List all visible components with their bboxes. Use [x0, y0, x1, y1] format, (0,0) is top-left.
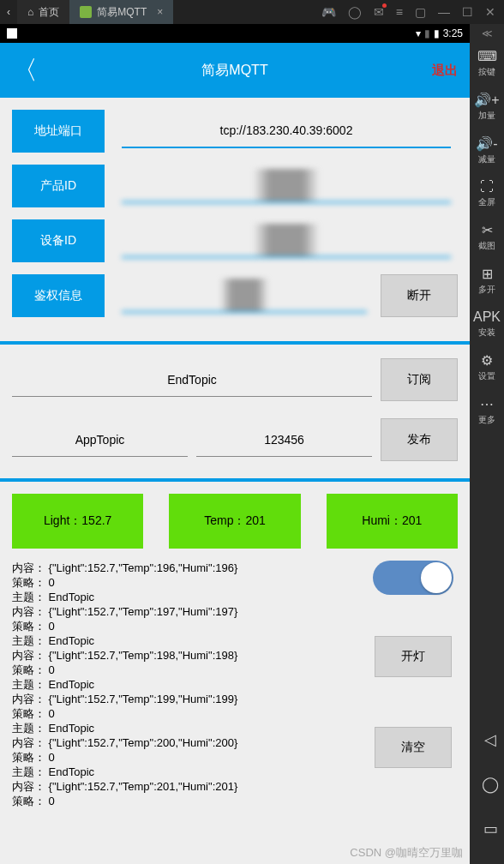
nav-recent-icon[interactable]: ▭	[483, 819, 498, 838]
close-icon[interactable]: ×	[157, 6, 163, 18]
sidebar-item-按键[interactable]: ⌨按键	[470, 43, 504, 87]
log-line: 策略： 0	[12, 575, 369, 590]
humi-box: Humi：201	[327, 494, 458, 549]
clear-button[interactable]: 清空	[375, 727, 452, 768]
close-window-icon[interactable]: ✕	[485, 5, 495, 19]
watermark: CSDN @咖晴空万里咖	[350, 845, 463, 861]
app-header: 〈 简易MQTT 退出	[0, 43, 470, 98]
toggle-switch[interactable]	[373, 561, 453, 595]
log-line: 内容： {"Light":152.7,"Temp":200,"Humi":200…	[12, 735, 369, 750]
log-line: 主题： EndTopic	[12, 677, 369, 692]
nav-home-icon[interactable]: ◯	[482, 775, 499, 794]
log-line: 策略： 0	[12, 750, 369, 765]
tab-active[interactable]: 简易MQTT ×	[69, 0, 173, 24]
user-icon[interactable]: ◯	[348, 5, 362, 19]
signal-icon: ▮	[424, 27, 430, 39]
publish-topic-input[interactable]: AppTopic	[12, 423, 188, 457]
tab-home-label: 首页	[39, 5, 59, 20]
menu-icon[interactable]: ≡	[396, 5, 403, 19]
notification-icon	[7, 28, 17, 39]
log-line: 主题： EndTopic	[12, 590, 369, 604]
product-label: 产品ID	[12, 165, 105, 207]
app-icon	[80, 6, 92, 18]
sidebar-icon: 🔊+	[470, 92, 504, 108]
publish-msg-input[interactable]: 123456	[196, 423, 372, 457]
light-on-button[interactable]: 开灯	[375, 636, 452, 677]
sidebar-label: 全屏	[470, 196, 504, 208]
log-line: 内容： {"Light":152.7,"Temp":201,"Humi":201…	[12, 779, 369, 794]
window-tab-bar: ‹ ⌂ 首页 简易MQTT × 🎮 ◯ ✉ ≡ ▢ — ☐ ✕	[0, 0, 504, 24]
sidebar-icon: APK	[470, 309, 504, 325]
disconnect-button[interactable]: 断开	[381, 274, 458, 317]
sidebar-item-加量[interactable]: 🔊+加量	[470, 87, 504, 130]
light-box: Light：152.7	[12, 494, 143, 549]
device-icon[interactable]: ▢	[415, 5, 426, 19]
back-button[interactable]: 〈	[12, 53, 38, 88]
subscribe-topic-input[interactable]: EndTopic	[12, 363, 372, 397]
sidebar-icon: ⋯	[470, 396, 504, 412]
tab-home[interactable]: ⌂ 首页	[17, 0, 69, 24]
gamepad-icon[interactable]: 🎮	[321, 5, 336, 19]
collapse-icon[interactable]: ≪	[482, 24, 493, 43]
sidebar-label: 多开	[470, 284, 504, 296]
log-line: 主题： EndTopic	[12, 633, 369, 648]
minimize-icon[interactable]: —	[438, 5, 450, 19]
sidebar-icon: ⛶	[470, 179, 504, 195]
log-line: 策略： 0	[12, 706, 369, 721]
auth-label: 鉴权信息	[12, 274, 105, 317]
window-controls: 🎮 ◯ ✉ ≡ ▢ — ☐ ✕	[321, 5, 504, 19]
divider	[0, 341, 470, 345]
emulator-screen: ▾ ▮ ▮ 3:25 〈 简易MQTT 退出 地址端口 tcp://183.23…	[0, 24, 470, 864]
log-line: 策略： 0	[12, 794, 369, 808]
log-line: 内容： {"Light":152.7,"Temp":196,"Humi":196…	[12, 561, 369, 575]
log-line: 策略： 0	[12, 619, 369, 633]
sidebar-icon: 🔊-	[470, 135, 504, 152]
addr-label: 地址端口	[12, 110, 105, 153]
log-line: 主题： EndTopic	[12, 765, 369, 779]
log-line: 内容： {"Light":152.7,"Temp":199,"Humi":199…	[12, 692, 369, 706]
subscribe-button[interactable]: 订阅	[381, 358, 458, 401]
device-input[interactable]: xxxx	[122, 224, 451, 258]
back-arrow-icon[interactable]: ‹	[0, 6, 17, 18]
sidebar-item-多开[interactable]: ⊞多开	[470, 261, 504, 304]
home-icon: ⌂	[27, 6, 33, 18]
wifi-icon: ▾	[416, 27, 421, 39]
auth-input[interactable]: xx	[122, 279, 367, 313]
sidebar-item-减量[interactable]: 🔊-减量	[470, 130, 504, 174]
sidebar-icon: ⌨	[470, 48, 504, 64]
sidebar-item-设置[interactable]: ⚙设置	[470, 347, 504, 391]
toggle-knob	[421, 562, 452, 593]
log-line: 内容： {"Light":152.7,"Temp":197,"Humi":197…	[12, 604, 369, 619]
product-input[interactable]: xxxx	[122, 169, 451, 203]
log-line: 主题： EndTopic	[12, 721, 369, 735]
addr-input[interactable]: tcp://183.230.40.39:6002	[122, 114, 451, 148]
log-line: 策略： 0	[12, 663, 369, 677]
clock: 3:25	[443, 27, 463, 39]
sidebar-label: 加量	[470, 110, 504, 122]
sidebar-label: 安装	[470, 327, 504, 339]
maximize-icon[interactable]: ☐	[462, 5, 473, 19]
sidebar-label: 按键	[470, 66, 504, 78]
device-label: 设备ID	[12, 219, 105, 262]
android-status-bar: ▾ ▮ ▮ 3:25	[0, 24, 470, 43]
sidebar-label: 设置	[470, 370, 504, 382]
sidebar-icon: ⊞	[470, 266, 504, 282]
nav-back-icon[interactable]: ◁	[484, 730, 496, 749]
sidebar-icon: ✂	[470, 222, 504, 238]
exit-button[interactable]: 退出	[432, 63, 458, 79]
tab-active-label: 简易MQTT	[97, 5, 147, 20]
divider	[0, 478, 470, 482]
sidebar-item-安装[interactable]: APK安装	[470, 304, 504, 347]
publish-button[interactable]: 发布	[381, 418, 458, 461]
sidebar-item-全屏[interactable]: ⛶全屏	[470, 174, 504, 217]
sidebar-label: 截图	[470, 240, 504, 252]
battery-icon: ▮	[434, 27, 440, 39]
android-nav-keys: ◁ ◯ ▭	[482, 730, 499, 838]
sidebar-item-更多[interactable]: ⋯更多	[470, 391, 504, 435]
log-line: 内容： {"Light":152.7,"Temp":198,"Humi":198…	[12, 648, 369, 663]
log-output: 内容： {"Light":152.7,"Temp":196,"Humi":196…	[12, 561, 369, 808]
sidebar-item-截图[interactable]: ✂截图	[470, 217, 504, 261]
page-title: 简易MQTT	[38, 62, 432, 80]
sidebar-label: 减量	[470, 153, 504, 165]
mail-icon[interactable]: ✉	[374, 5, 384, 19]
